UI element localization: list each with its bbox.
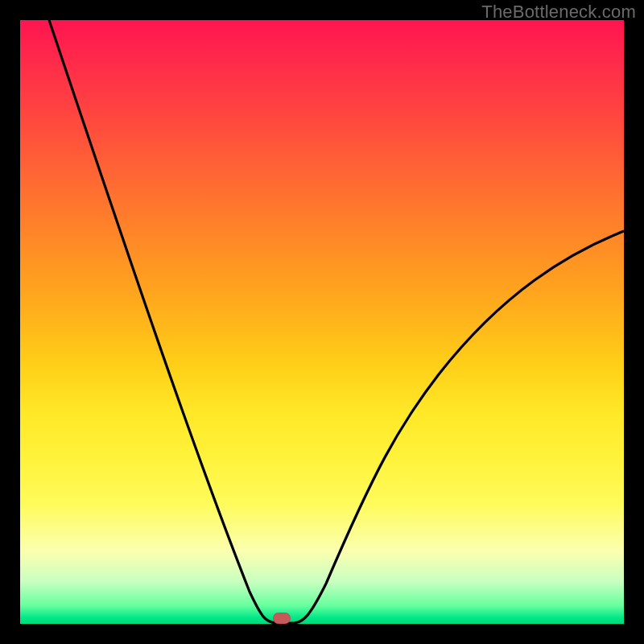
bottleneck-curve <box>20 20 624 624</box>
plot-area <box>20 20 624 624</box>
curve-path <box>49 20 624 623</box>
bottleneck-marker <box>273 613 291 624</box>
chart-frame: TheBottleneck.com <box>0 0 644 644</box>
